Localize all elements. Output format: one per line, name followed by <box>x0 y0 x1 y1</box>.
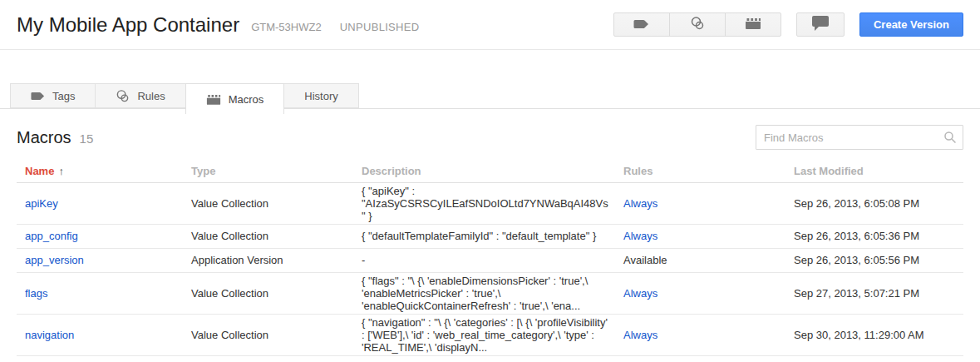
macro-last-modified: Sep 26, 2013, 6:05:56 PM <box>785 248 963 272</box>
macro-name-link[interactable]: navigation <box>25 329 74 341</box>
macro-rule-link[interactable]: Always <box>623 287 657 300</box>
rules-button[interactable] <box>669 12 726 37</box>
sort-ascending-icon: ↑ <box>58 165 64 177</box>
tag-icon <box>633 17 649 32</box>
macro-name-link[interactable]: app_version <box>25 254 84 266</box>
macro-description: { "flags" : "\ {\ 'enableDimensionsPicke… <box>353 272 615 314</box>
table-row: app_version Application Version - Availa… <box>17 248 963 272</box>
tags-button[interactable] <box>613 12 670 37</box>
search-icon[interactable] <box>943 131 957 147</box>
macro-description: { "apiKey" : "AIzaSyCSRSCyILEafSNDoIOLtd… <box>353 182 615 224</box>
macro-type: Application Version <box>183 248 353 272</box>
feedback-button[interactable] <box>796 12 845 37</box>
macro-name-link[interactable]: flags <box>25 287 47 300</box>
tab-tags[interactable]: Tags <box>10 83 96 108</box>
macro-count: 15 <box>80 131 94 146</box>
container-id: GTM-53HWZ2 <box>251 21 322 33</box>
rules-circles-icon <box>690 16 705 34</box>
tab-rules[interactable]: Rules <box>95 83 185 108</box>
table-row: apiKey Value Collection { "apiKey" : "AI… <box>17 182 963 224</box>
tab-macros[interactable]: Macros <box>185 83 285 114</box>
macros-table: Name↑ Type Description Rules Last Modifi… <box>17 161 963 356</box>
macro-last-modified: Sep 30, 2013, 11:29:00 AM <box>785 314 963 355</box>
tab-label: Rules <box>137 90 165 102</box>
tab-label: History <box>304 90 337 102</box>
macro-type: Value Collection <box>183 272 353 314</box>
section-heading: Macros <box>17 128 71 147</box>
app-header: My Mobile App Container GTM-53HWZ2 UNPUB… <box>0 0 980 50</box>
publish-status: UNPUBLISHED <box>340 21 420 33</box>
macro-rule-text: Available <box>615 248 785 272</box>
create-version-button[interactable]: Create Version <box>859 12 963 37</box>
tab-label: Macros <box>229 93 264 106</box>
column-header-rules[interactable]: Rules <box>615 161 785 182</box>
macro-rule-link[interactable]: Always <box>623 230 657 242</box>
macro-last-modified: Sep 26, 2013, 6:05:36 PM <box>785 224 963 248</box>
column-header-type[interactable]: Type <box>183 161 353 182</box>
macro-rule-link[interactable]: Always <box>623 197 657 210</box>
macro-last-modified: Sep 26, 2013, 6:05:08 PM <box>785 182 963 224</box>
macro-type: Value Collection <box>183 314 353 355</box>
tab-bar: Tags Rules Macros History <box>0 83 980 109</box>
column-header-name[interactable]: Name↑ <box>17 161 183 182</box>
macro-type: Value Collection <box>183 182 353 224</box>
column-header-description[interactable]: Description <box>353 161 615 182</box>
overview-button-group <box>613 12 781 37</box>
macro-description: { "defaultTemplateFamilyId" : "default_t… <box>353 224 615 248</box>
macro-name-link[interactable]: app_config <box>25 230 78 242</box>
speech-bubble-icon <box>812 16 829 34</box>
table-row: navigation Value Collection { "navigatio… <box>17 314 963 355</box>
macros-button[interactable] <box>725 12 781 37</box>
table-row: app_config Value Collection { "defaultTe… <box>17 224 963 248</box>
column-header-last-modified[interactable]: Last Modified <box>785 161 963 182</box>
macro-type: Value Collection <box>183 224 353 248</box>
search-box <box>756 125 963 150</box>
rules-circles-icon <box>116 89 130 103</box>
brick-icon <box>745 17 761 32</box>
brick-icon <box>206 94 221 105</box>
table-header-row: Name↑ Type Description Rules Last Modifi… <box>17 161 963 182</box>
macro-name-link[interactable]: apiKey <box>25 197 58 210</box>
tab-history[interactable]: History <box>283 83 358 108</box>
macro-last-modified: Sep 27, 2013, 5:07:21 PM <box>785 272 963 314</box>
tag-icon <box>31 92 45 101</box>
search-input[interactable] <box>756 125 963 150</box>
section-bar: Macros 15 <box>0 109 980 150</box>
page-title: My Mobile App Container <box>17 13 239 37</box>
macro-rule-link[interactable]: Always <box>623 329 657 341</box>
macro-description: { "navigation" : "\ {\ 'categories' : [\… <box>353 314 615 355</box>
tab-label: Tags <box>52 90 75 102</box>
table-row: flags Value Collection { "flags" : "\ {\… <box>17 272 963 314</box>
macro-description: - <box>353 248 615 272</box>
